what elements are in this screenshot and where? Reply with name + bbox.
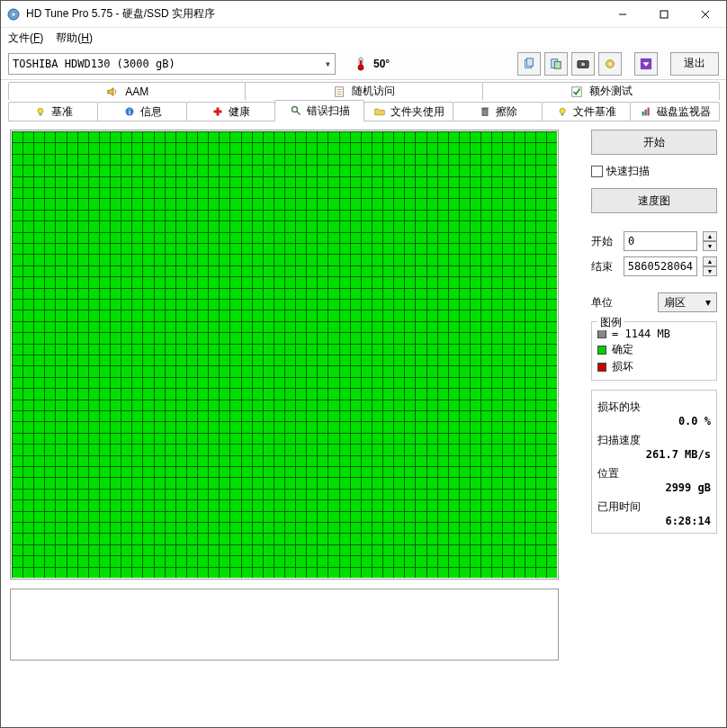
menu-help[interactable]: 帮助(H): [56, 31, 93, 46]
window-title: HD Tune Pro 5.75 - 硬盘/SSD 实用程序: [24, 6, 602, 22]
tab-aam[interactable]: AAM: [8, 82, 246, 100]
tab-label: 错误扫描: [307, 103, 350, 119]
content-area: 开始 快速扫描 速度图 开始 0 ▲▼ 结束 5860528064: [1, 122, 726, 727]
end-sector-input[interactable]: 5860528064: [624, 256, 697, 276]
quick-scan-label: 快速扫描: [606, 164, 650, 179]
copy-screenshot-button[interactable]: [544, 52, 568, 76]
svg-rect-36: [645, 110, 647, 116]
exit-button-label: 退出: [684, 56, 705, 71]
legend-ok-label: 确定: [612, 342, 633, 357]
tab-health[interactable]: 健康: [186, 102, 276, 121]
check-list-icon: [570, 85, 584, 99]
document-icon: [332, 85, 346, 99]
tab-row-lower: 基准 i 信息 健康 错误扫描 文件夹使用: [1, 100, 726, 121]
stat-speed-label: 扫描速度: [597, 433, 711, 448]
tab-erase[interactable]: 擦除: [453, 102, 543, 121]
exit-button[interactable]: 退出: [670, 52, 719, 76]
tab-benchmark[interactable]: 基准: [8, 102, 98, 121]
svg-rect-10: [526, 58, 533, 66]
svg-text:i: i: [129, 108, 130, 116]
tab-info[interactable]: i 信息: [97, 102, 187, 121]
chart-icon: [639, 104, 653, 119]
speaker-icon: [105, 85, 120, 99]
svg-rect-28: [214, 111, 222, 113]
bulb-icon: [33, 104, 48, 119]
tab-file-benchmark[interactable]: 文件基准: [542, 102, 632, 121]
quick-scan-checkbox[interactable]: 快速扫描: [591, 160, 717, 183]
tab-label: 信息: [140, 104, 162, 120]
file-bulb-icon: [555, 104, 570, 119]
arrow-down-icon: [639, 57, 653, 71]
stat-position-label: 位置: [597, 466, 711, 481]
end-sector-value: 5860528064: [628, 260, 693, 273]
svg-rect-12: [554, 61, 561, 68]
tab-label: AAM: [125, 85, 148, 98]
speedmap-button-label: 速度图: [638, 193, 670, 209]
options-button[interactable]: [598, 52, 622, 76]
tab-label: 基准: [51, 104, 73, 120]
svg-rect-24: [39, 113, 41, 115]
stat-damaged-label: 损坏的块: [597, 400, 711, 415]
trash-icon: [478, 104, 492, 119]
tab-folder-usage[interactable]: 文件夹使用: [364, 102, 453, 121]
svg-rect-35: [642, 112, 644, 116]
left-column: [10, 130, 584, 720]
checkbox-icon: [591, 166, 603, 177]
unit-label: 单位: [591, 295, 618, 310]
svg-rect-3: [660, 11, 668, 18]
magnifier-icon: [289, 103, 303, 118]
toolbar-buttons: 退出: [517, 52, 719, 76]
stat-elapsed-value: 6:28:14: [597, 515, 711, 527]
tab-label: 额外测试: [589, 84, 633, 99]
chevron-down-icon: ▾: [325, 58, 331, 70]
tab-label: 文件基准: [573, 104, 616, 120]
svg-rect-34: [561, 113, 564, 115]
clipboard-icon: [549, 57, 563, 71]
minimize-button[interactable]: [602, 1, 643, 28]
start-button[interactable]: 开始: [591, 130, 717, 155]
stat-damaged-value: 0.0 %: [597, 415, 711, 427]
end-sector-label: 结束: [591, 259, 618, 274]
stat-position-value: 2999 gB: [597, 481, 711, 494]
copy-icon: [522, 57, 536, 71]
stats-group: 损坏的块 0.0 % 扫描速度 261.7 MB/s 位置 2999 gB 已用…: [591, 390, 717, 534]
svg-point-23: [38, 108, 43, 113]
svg-rect-32: [481, 108, 489, 110]
tab-extra-tests[interactable]: 额外测试: [482, 82, 720, 100]
scan-grid: [10, 130, 559, 580]
save-screenshot-button[interactable]: [571, 52, 595, 76]
start-sector-spinner[interactable]: ▲▼: [703, 231, 717, 251]
legend-group: 图例 = 1144 MB 确定 损坏: [591, 321, 717, 381]
app-window: HD Tune Pro 5.75 - 硬盘/SSD 实用程序 文件(F) 帮助(…: [0, 0, 727, 728]
maximize-button[interactable]: [643, 1, 685, 28]
unit-select[interactable]: 扇区 ▾: [658, 292, 717, 312]
titlebar: HD Tune Pro 5.75 - 硬盘/SSD 实用程序: [1, 1, 726, 28]
tab-row-upper: AAM 随机访问 额外测试: [1, 80, 726, 100]
temperature-value: 50°: [373, 58, 390, 70]
drive-select-value: TOSHIBA HDWD130 (3000 gB): [13, 58, 175, 70]
svg-point-14: [580, 61, 585, 66]
tab-random-access[interactable]: 随机访问: [245, 82, 482, 100]
end-sector-spinner[interactable]: ▲▼: [703, 256, 717, 276]
menu-file[interactable]: 文件(F): [8, 31, 43, 46]
toolbar: TOSHIBA HDWD130 (3000 gB) ▾ 50°: [1, 48, 726, 80]
close-button[interactable]: [685, 1, 726, 28]
start-sector-row: 开始 0 ▲▼: [591, 231, 717, 251]
info-icon: i: [122, 104, 137, 119]
speedmap-button[interactable]: 速度图: [591, 188, 717, 213]
start-button-label: 开始: [643, 135, 665, 150]
legend-ok-swatch: [597, 346, 606, 355]
end-sector-row: 结束 5860528064 ▲▼: [591, 256, 717, 276]
folder-icon: [372, 104, 387, 119]
log-output: [10, 589, 559, 661]
tab-error-scan[interactable]: 错误扫描: [274, 100, 364, 121]
legend-bad-swatch: [597, 363, 606, 372]
minimize-tray-button[interactable]: [634, 52, 658, 76]
copy-info-button[interactable]: [517, 52, 541, 76]
tab-disk-monitor[interactable]: 磁盘监视器: [630, 102, 720, 121]
svg-line-30: [297, 112, 301, 115]
health-icon: [211, 104, 225, 119]
start-sector-label: 开始: [591, 234, 618, 249]
drive-select[interactable]: TOSHIBA HDWD130 (3000 gB) ▾: [8, 53, 336, 75]
start-sector-input[interactable]: 0: [624, 231, 697, 251]
